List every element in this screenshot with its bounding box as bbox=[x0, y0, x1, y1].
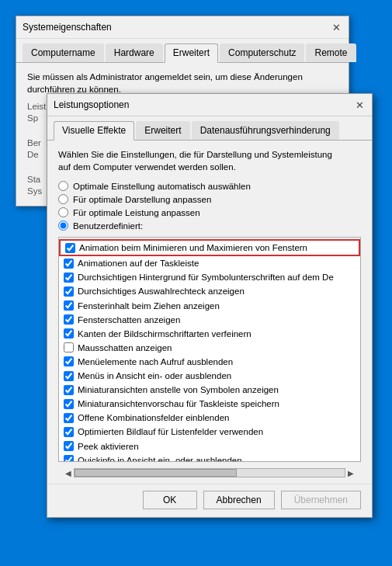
tab-erweitert-inner[interactable]: Erweitert bbox=[136, 121, 189, 140]
radio-optimale: Optimale Einstellung automatisch auswähl… bbox=[58, 181, 361, 191]
checkbox-1-input[interactable] bbox=[64, 259, 74, 269]
checkbox-9-input[interactable] bbox=[64, 371, 74, 381]
outer-title: Systemeigenschaften bbox=[23, 22, 112, 33]
checkbox-3-label: Durchsichtiges Auswahlrechteck anzeigen bbox=[78, 285, 245, 297]
checkbox-item-15: Quickinfo in Ansicht ein- oder ausblende… bbox=[59, 453, 360, 463]
inner-description: Wählen Sie die Einstellungen, die für Da… bbox=[58, 148, 361, 173]
checkbox-item-1: Animationen auf der Taskleiste bbox=[59, 256, 360, 270]
scroll-right-arrow[interactable]: ▶ bbox=[345, 469, 356, 477]
checkbox-item-5: Fensterschatten anzeigen bbox=[59, 313, 360, 327]
checkbox-3-input[interactable] bbox=[64, 286, 74, 297]
outer-tab-bar: Computername Hardware Erweitert Computer… bbox=[16, 39, 349, 63]
radio-leistung: Für optimale Leistung anpassen bbox=[58, 207, 361, 217]
checkbox-11-label: Miniaturansichtenvorschau für Taskleiste… bbox=[78, 398, 279, 410]
scrollbar-track[interactable] bbox=[74, 468, 345, 477]
radio-darstellung-input[interactable] bbox=[58, 194, 68, 204]
checkbox-7-input[interactable] bbox=[64, 342, 74, 352]
checkbox-5-input[interactable] bbox=[64, 314, 74, 325]
radio-benutzerdefiniert: Benutzerdefiniert: bbox=[58, 220, 361, 231]
scrollbar-area: ◀ ▶ bbox=[58, 468, 361, 477]
checkbox-15-label: Quickinfo in Ansicht ein- oder ausblende… bbox=[78, 454, 242, 463]
button-row: OK Abbrechen Übernehmen bbox=[47, 484, 372, 517]
checkbox-10-input[interactable] bbox=[64, 385, 74, 395]
warning-text: Sie müssen als Administrator angemeldet … bbox=[27, 71, 338, 95]
checkbox-14-input[interactable] bbox=[64, 441, 74, 451]
radio-leistung-input[interactable] bbox=[58, 207, 68, 217]
scroll-left-arrow[interactable]: ◀ bbox=[63, 469, 74, 477]
checkbox-item-14: Peek aktivieren bbox=[59, 439, 360, 453]
checkbox-5-label: Fensterschatten anzeigen bbox=[78, 314, 180, 326]
tab-visuelle-effekte[interactable]: Visuelle Effekte bbox=[54, 121, 134, 141]
checkbox-14-label: Peek aktivieren bbox=[78, 440, 139, 453]
checkbox-0-label: Animation beim Minimieren und Maximieren… bbox=[79, 241, 307, 254]
ubernehmen-button[interactable]: Übernehmen bbox=[281, 491, 361, 509]
checkbox-9-label: Menüs in Ansicht ein- oder ausblenden bbox=[78, 370, 231, 382]
checkbox-8-label: Menüelemente nach Aufruf ausblenden bbox=[78, 356, 233, 368]
outer-close-button[interactable]: ✕ bbox=[330, 21, 342, 33]
checkbox-7-label: Mausschatten anzeigen bbox=[78, 342, 172, 354]
tab-datenausfuehrung[interactable]: Datenausführungsverhinderung bbox=[192, 121, 339, 140]
checkbox-1-label: Animationen auf der Taskleiste bbox=[78, 257, 199, 269]
inner-title: Leistungsoptionen bbox=[54, 99, 129, 110]
radio-darstellung-label: Für optimale Darstellung anpassen bbox=[73, 195, 211, 204]
checkbox-12-input[interactable] bbox=[64, 413, 74, 423]
checkbox-0-input[interactable] bbox=[65, 243, 75, 253]
outer-titlebar: Systemeigenschaften ✕ bbox=[16, 16, 349, 39]
checkbox-item-3: Durchsichtiges Auswahlrechteck anzeigen bbox=[59, 284, 360, 298]
tab-erweitert[interactable]: Erweitert bbox=[165, 43, 218, 63]
checkbox-8-input[interactable] bbox=[64, 356, 74, 366]
checkbox-item-2: Durchsichtigen Hintergrund für Symbolunt… bbox=[59, 270, 360, 284]
tab-remote[interactable]: Remote bbox=[306, 43, 356, 62]
checkbox-10-label: Miniaturansichten anstelle von Symbolen … bbox=[78, 384, 279, 396]
checkbox-6-input[interactable] bbox=[64, 328, 74, 339]
checkbox-scroll-area[interactable]: Animation beim Minimieren und Maximieren… bbox=[58, 237, 361, 462]
checkbox-11-input[interactable] bbox=[64, 399, 74, 409]
radio-darstellung: Für optimale Darstellung anpassen bbox=[58, 194, 361, 204]
ok-button[interactable]: OK bbox=[143, 491, 197, 509]
checkbox-item-11: Miniaturansichtenvorschau für Taskleiste… bbox=[59, 397, 360, 411]
radio-group: Optimale Einstellung automatisch auswähl… bbox=[58, 181, 361, 231]
radio-leistung-label: Für optimale Leistung anpassen bbox=[73, 208, 200, 217]
checkbox-13-label: Optimierten Bildlauf für Listenfelder ve… bbox=[78, 425, 263, 438]
checkbox-2-label: Durchsichtigen Hintergrund für Symbolunt… bbox=[78, 271, 334, 283]
radio-optimale-label: Optimale Einstellung automatisch auswähl… bbox=[73, 182, 251, 191]
inner-dialog: Leistungsoptionen ✕ Visuelle Effekte Erw… bbox=[47, 93, 373, 518]
abbrechen-button[interactable]: Abbrechen bbox=[203, 491, 275, 509]
checkbox-4-label: Fensterinhalt beim Ziehen anzeigen bbox=[78, 300, 220, 312]
checkbox-item-6: Kanten der Bildschirmschriftarten verfei… bbox=[59, 327, 360, 341]
scrollbar-thumb[interactable] bbox=[75, 469, 237, 477]
tab-computername[interactable]: Computername bbox=[23, 43, 104, 62]
checkbox-item-4: Fensterinhalt beim Ziehen anzeigen bbox=[59, 299, 360, 313]
checkbox-item-9: Menüs in Ansicht ein- oder ausblenden bbox=[59, 369, 360, 383]
inner-close-button[interactable]: ✕ bbox=[353, 99, 366, 111]
tab-computerschutz[interactable]: Computerschutz bbox=[220, 43, 304, 62]
radio-benutzerdefiniert-input[interactable] bbox=[58, 220, 68, 231]
checkbox-13-input[interactable] bbox=[64, 427, 74, 437]
inner-tab-bar: Visuelle Effekte Erweitert Datenausführu… bbox=[47, 116, 372, 141]
radio-optimale-input[interactable] bbox=[58, 181, 68, 191]
checkbox-item-0: Animation beim Minimieren und Maximieren… bbox=[59, 239, 360, 256]
inner-content: Wählen Sie die Einstellungen, die für Da… bbox=[47, 141, 372, 484]
checkbox-item-7: Mausschatten anzeigen bbox=[59, 341, 360, 355]
checkbox-4-input[interactable] bbox=[64, 300, 74, 311]
checkbox-item-8: Menüelemente nach Aufruf ausblenden bbox=[59, 355, 360, 369]
checkbox-item-12: Offene Kombinationsfelder einblenden bbox=[59, 411, 360, 425]
radio-benutzerdefiniert-label: Benutzerdefiniert: bbox=[73, 221, 143, 231]
checkbox-15-input[interactable] bbox=[64, 455, 74, 462]
checkbox-item-13: Optimierten Bildlauf für Listenfelder ve… bbox=[59, 425, 360, 439]
checkbox-2-input[interactable] bbox=[64, 273, 74, 283]
tab-hardware[interactable]: Hardware bbox=[106, 43, 163, 62]
checkbox-12-label: Offene Kombinationsfelder einblenden bbox=[78, 411, 229, 424]
inner-titlebar: Leistungsoptionen ✕ bbox=[47, 94, 372, 116]
checkbox-item-10: Miniaturansichten anstelle von Symbolen … bbox=[59, 383, 360, 397]
checkbox-6-label: Kanten der Bildschirmschriftarten verfei… bbox=[78, 328, 252, 340]
